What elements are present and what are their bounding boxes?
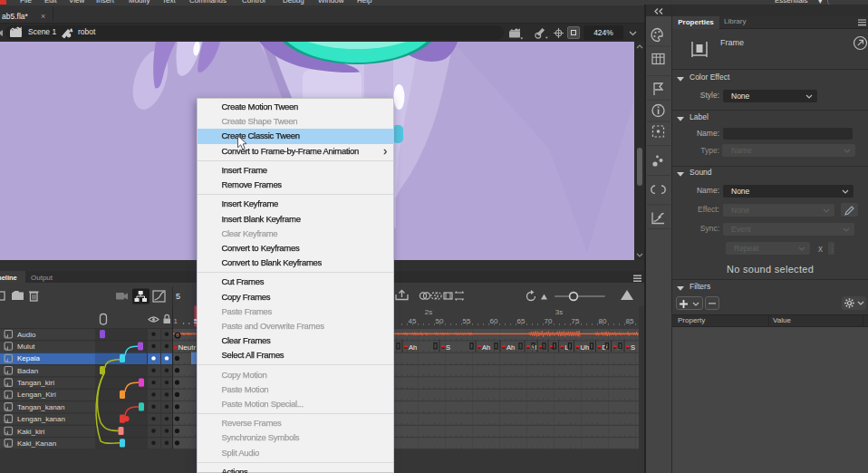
svg-text:Ah: Ah — [506, 343, 515, 352]
svg-text:Audio: Audio — [17, 331, 36, 339]
svg-text:Tangan_kanan: Tangan_kanan — [17, 403, 65, 411]
svg-text:D: D — [603, 343, 608, 352]
svg-text:70: 70 — [545, 317, 553, 325]
svg-text:Lengan_Kiri: Lengan_Kiri — [17, 391, 56, 399]
svg-text:50: 50 — [436, 317, 444, 325]
svg-text:2s: 2s — [425, 308, 432, 316]
svg-text:55: 55 — [463, 317, 471, 325]
svg-text:45: 45 — [409, 317, 417, 325]
svg-text:60: 60 — [490, 317, 498, 325]
svg-text:Kaki_kiri: Kaki_kiri — [17, 428, 44, 436]
svg-text:Uh: Uh — [581, 343, 590, 352]
svg-text:Ah: Ah — [409, 343, 417, 352]
svg-text:..: .. — [618, 343, 622, 352]
svg-text:S: S — [631, 343, 635, 352]
svg-text:80: 80 — [599, 317, 607, 325]
svg-text:85: 85 — [626, 317, 634, 325]
svg-text:Kaki_Kanan: Kaki_Kanan — [17, 439, 56, 448]
svg-text:Badan: Badan — [17, 367, 38, 375]
svg-text:65: 65 — [517, 317, 526, 325]
svg-text:Kepala: Kepala — [17, 354, 40, 362]
svg-text:Output: Output — [31, 274, 53, 282]
svg-text:Timeline: Timeline — [0, 274, 17, 282]
svg-text:5: 5 — [176, 292, 180, 301]
svg-text:Tangan_kiri: Tangan_kiri — [17, 379, 54, 387]
svg-text:Mulut: Mulut — [17, 343, 35, 351]
svg-text:Ah: Ah — [482, 343, 490, 352]
svg-text:S: S — [446, 343, 450, 352]
svg-text:3s: 3s — [555, 308, 563, 316]
svg-text:1: 1 — [174, 317, 178, 325]
svg-text:75: 75 — [572, 317, 580, 325]
svg-text:Lengan_kanan: Lengan_kanan — [17, 415, 65, 423]
svg-text:Neutr: Neutr — [178, 343, 197, 352]
